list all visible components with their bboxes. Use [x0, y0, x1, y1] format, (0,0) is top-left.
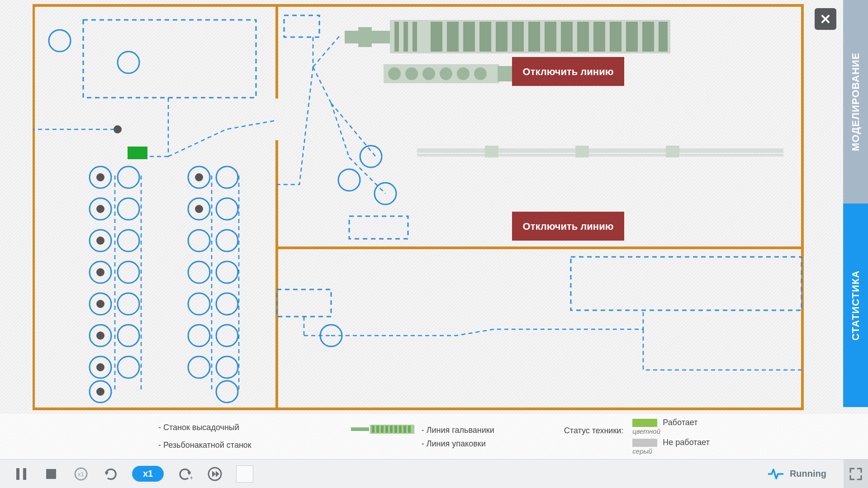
svg-rect-66: [659, 22, 668, 52]
svg-point-31: [216, 198, 238, 220]
svg-point-40: [216, 325, 238, 346]
svg-rect-56: [496, 22, 508, 52]
legend-bar: - Станок высадочный - Резьбонакатной ста…: [0, 414, 868, 459]
svg-point-11: [118, 230, 139, 251]
svg-point-42: [216, 356, 238, 378]
toolbar-empty-slot: [236, 465, 253, 483]
legend-status-title: Статус техники:: [564, 426, 623, 436]
svg-point-1: [49, 30, 71, 52]
pause-button[interactable]: [13, 465, 30, 483]
disable-line-button-2[interactable]: Отключить линию: [512, 212, 624, 241]
svg-point-71: [405, 67, 418, 80]
svg-point-41: [188, 356, 210, 378]
svg-rect-80: [575, 146, 589, 157]
svg-point-14: [118, 261, 139, 283]
svg-point-2: [118, 52, 139, 73]
svg-point-34: [216, 230, 238, 251]
svg-rect-52: [431, 22, 442, 52]
simulation-canvas[interactable]: Отключить линию Отключить линию: [33, 4, 804, 411]
svg-point-18: [96, 300, 104, 308]
stop-button[interactable]: [43, 465, 60, 483]
legend-working-sub: цветной: [632, 427, 710, 435]
svg-rect-100: [408, 426, 411, 433]
svg-point-39: [188, 325, 210, 346]
svg-point-15: [96, 268, 104, 276]
svg-rect-60: [561, 22, 573, 52]
svg-rect-88: [571, 257, 802, 310]
svg-text:+: +: [190, 474, 193, 481]
svg-point-6: [96, 173, 104, 181]
running-status-label: Running: [790, 469, 826, 479]
svg-text:Отключить линию: Отключить линию: [523, 221, 614, 232]
svg-rect-78: [417, 154, 783, 156]
svg-rect-97: [394, 426, 397, 433]
svg-rect-103: [46, 469, 56, 479]
svg-rect-95: [385, 426, 388, 433]
svg-rect-61: [577, 22, 589, 52]
step-forward-button[interactable]: +: [176, 465, 194, 483]
svg-point-21: [96, 332, 104, 340]
svg-rect-54: [463, 22, 475, 52]
running-pulse-icon: [768, 468, 783, 480]
exit-fullscreen-button[interactable]: [844, 460, 868, 488]
legend-stanok-vysad: - Станок высадочный: [158, 423, 251, 432]
svg-rect-53: [447, 22, 459, 52]
svg-point-70: [388, 67, 401, 80]
svg-rect-0: [83, 20, 256, 98]
svg-rect-65: [642, 22, 654, 52]
svg-rect-49: [394, 22, 399, 52]
svg-rect-101: [16, 468, 19, 480]
svg-point-38: [216, 293, 238, 315]
swatch-working-icon: [632, 419, 657, 427]
legend-rezb-stanok: - Резьбонакатной станок: [158, 441, 251, 450]
svg-rect-58: [528, 22, 540, 52]
fast-forward-button[interactable]: [206, 465, 223, 483]
legend-notworking-sub: серый: [632, 447, 710, 455]
svg-rect-50: [403, 22, 408, 52]
svg-rect-92: [372, 426, 375, 433]
svg-rect-86: [349, 216, 408, 239]
svg-point-73: [440, 67, 452, 80]
svg-rect-102: [23, 468, 26, 480]
svg-point-75: [474, 67, 487, 80]
svg-rect-99: [403, 426, 406, 433]
svg-rect-96: [390, 426, 393, 433]
svg-rect-94: [381, 426, 384, 433]
close-button[interactable]: [815, 8, 836, 30]
svg-point-32: [195, 205, 203, 213]
disable-line-button-1[interactable]: Отключить линию: [512, 57, 624, 86]
svg-point-8: [118, 198, 139, 220]
legend-working-label: Работает: [663, 418, 697, 427]
svg-marker-111: [216, 471, 219, 477]
svg-point-5: [118, 166, 139, 188]
sim-toolbar: x1 x1 + Running: [0, 459, 868, 488]
svg-rect-79: [485, 146, 498, 157]
svg-rect-68: [358, 27, 372, 47]
agv-marker: [128, 147, 147, 159]
tab-statistics[interactable]: СТАТИСТИКА: [843, 204, 868, 407]
svg-point-29: [195, 173, 203, 181]
svg-point-17: [118, 293, 139, 315]
legend-packaging-label: - Линия упаковки: [422, 439, 486, 449]
svg-rect-63: [610, 22, 621, 52]
svg-point-24: [96, 363, 104, 371]
slowdown-button[interactable]: x1: [72, 465, 90, 483]
svg-rect-87: [277, 289, 331, 317]
svg-rect-44: [284, 15, 319, 37]
svg-text:Отключить линию: Отключить линию: [523, 66, 614, 77]
svg-marker-110: [212, 471, 216, 477]
svg-text:x1: x1: [78, 471, 84, 478]
svg-rect-51: [413, 22, 417, 52]
svg-rect-77: [417, 148, 783, 153]
svg-rect-98: [399, 426, 402, 433]
svg-point-9: [96, 205, 104, 213]
svg-point-37: [188, 293, 210, 315]
legend-notworking-label: Не работает: [663, 438, 710, 447]
svg-rect-62: [593, 22, 605, 52]
svg-rect-90: [351, 427, 369, 431]
step-back-button[interactable]: [102, 465, 119, 483]
tab-modeling[interactable]: МОДЕЛИРОВАНИЕ: [843, 0, 868, 204]
svg-point-36: [216, 261, 238, 283]
speed-pill[interactable]: x1: [132, 466, 164, 482]
legend-galvanic-icon: [351, 425, 414, 436]
